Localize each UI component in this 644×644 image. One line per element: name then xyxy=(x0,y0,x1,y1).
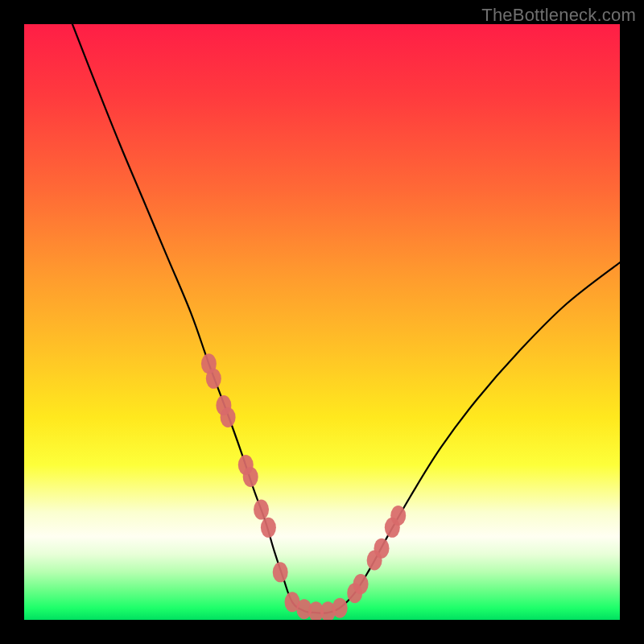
data-marker xyxy=(390,506,406,526)
data-marker xyxy=(273,562,288,582)
data-marker xyxy=(261,518,276,538)
watermark-text: TheBottleneck.com xyxy=(481,5,636,26)
plot-area xyxy=(24,24,620,620)
data-marker xyxy=(254,500,269,520)
data-marker xyxy=(332,598,348,618)
data-marker xyxy=(243,467,258,487)
marker-cluster xyxy=(201,353,406,620)
chart-svg xyxy=(24,24,620,620)
data-marker xyxy=(221,407,236,427)
data-marker xyxy=(374,539,390,559)
chart-stage: TheBottleneck.com xyxy=(0,0,644,644)
data-marker xyxy=(353,574,369,594)
data-marker xyxy=(206,369,221,389)
bottleneck-curve xyxy=(72,24,620,613)
